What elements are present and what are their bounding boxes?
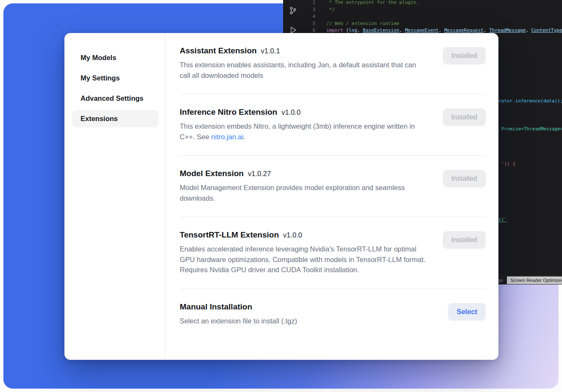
extension-version: v1.0.1	[261, 47, 280, 55]
extension-row-inference-nitro: Inference Nitro Extension v1.0.0 This ex…	[180, 94, 486, 156]
extension-title: TensortRT-LLM Extension v1.0.0	[180, 230, 428, 240]
extension-row-tensorrt-llm: TensortRT-LLM Extension v1.0.0 Enables a…	[180, 217, 486, 289]
code-fragment: t}`	[498, 217, 507, 224]
extension-info: Assistant Extension v1.0.1 This extensio…	[180, 46, 428, 80]
extension-info: TensortRT-LLM Extension v1.0.0 Enables a…	[180, 230, 428, 275]
desktop-background: 2 * The entrypoint for the plugin.3 */4 …	[0, 0, 562, 392]
extension-version: v1.0.0	[281, 108, 300, 116]
extension-title: Model Extension v1.0.27	[180, 169, 428, 178]
installed-button[interactable]: Installed	[443, 170, 486, 187]
extension-description: This extension embeds Nitro, a lightweig…	[180, 121, 428, 142]
section-name: Manual Installation	[180, 302, 252, 312]
extension-row-model: Model Extension v1.0.27 Model Management…	[180, 156, 486, 217]
code-fragment: rator.inference(data));	[498, 98, 562, 105]
extension-version: v1.0.0	[283, 231, 302, 239]
extension-row-assistant: Assistant Extension v1.0.1 This extensio…	[180, 33, 486, 94]
screen-reader-optimized-badge[interactable]: Screen Reader Optimized	[507, 276, 562, 284]
extension-title: Inference Nitro Extension v1.0.0	[180, 108, 428, 117]
manual-installation-title: Manual Installation	[180, 302, 297, 312]
manual-installation-info: Manual Installation Select an extension …	[180, 302, 297, 326]
extension-description: Enables accelerated inference leveraging…	[180, 244, 428, 275]
settings-modal: My Models My Settings Advanced Settings …	[64, 33, 498, 360]
manual-installation-row: Manual Installation Select an extension …	[180, 289, 486, 340]
description-text: .	[243, 133, 245, 141]
extension-name: Inference Nitro Extension	[180, 108, 277, 117]
nitro-jan-ai-link[interactable]: nitro.jan.ai	[211, 133, 243, 141]
extension-title: Assistant Extension v1.0.1	[180, 46, 428, 55]
sidebar-item-advanced-settings[interactable]: Advanced Settings	[72, 90, 159, 107]
extension-info: Inference Nitro Extension v1.0.0 This ex…	[180, 108, 428, 142]
code-fragment: ')) {	[501, 161, 515, 168]
manual-installation-description: Select an extension file to install (.tg…	[180, 316, 297, 326]
installed-button[interactable]: Installed	[443, 231, 486, 248]
installed-button[interactable]: Installed	[443, 47, 486, 64]
sidebar-item-my-settings[interactable]: My Settings	[72, 69, 159, 87]
extension-name: Assistant Extension	[180, 46, 257, 55]
extension-description: This extension enables assistants, inclu…	[180, 60, 428, 80]
sidebar-item-extensions[interactable]: Extensions	[72, 110, 159, 127]
extension-name: TensortRT-LLM Extension	[180, 230, 279, 240]
sidebar-item-my-models[interactable]: My Models	[72, 49, 159, 66]
settings-sidebar: My Models My Settings Advanced Settings …	[64, 33, 165, 360]
extension-version: v1.0.27	[248, 170, 271, 178]
extension-name: Model Extension	[180, 169, 244, 178]
extension-description: Model Management Extension provides mode…	[180, 182, 428, 203]
extension-info: Model Extension v1.0.27 Model Management…	[180, 169, 428, 203]
select-file-button[interactable]: Select	[448, 303, 486, 320]
extensions-panel: Assistant Extension v1.0.1 This extensio…	[165, 33, 498, 360]
code-fragment: Promise<ThreadMessage>	[501, 126, 562, 133]
installed-button[interactable]: Installed	[443, 108, 486, 126]
